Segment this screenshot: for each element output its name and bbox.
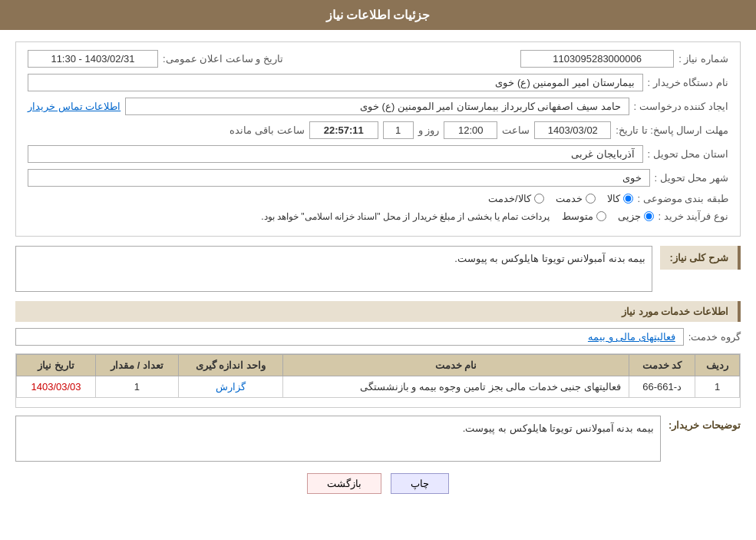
col-service-name: نام خدمت [282, 355, 629, 376]
city-value: خوی [28, 169, 650, 187]
services-table-container: ردیف کد خدمت نام خدمت واحد اندازه گیری ت… [15, 353, 741, 408]
cell-unit: گزارش [178, 376, 282, 398]
radio-jozi-label: جزیی [618, 210, 641, 222]
row-category: طبقه بندی موضوعی : کالا خدمت کالا/خدمت [28, 193, 728, 204]
timer-label: ساعت باقی مانده [229, 124, 304, 136]
col-quantity: تعداد / مقدار [96, 355, 179, 376]
buttons-row: چاپ بازگشت [15, 473, 741, 509]
row-city: شهر محل تحویل : خوی [28, 169, 728, 187]
category-radio-group: کالا خدمت کالا/خدمت [488, 193, 633, 204]
description-text: بیمه بدنه آمبولانس تویوتا هایلوکس به پیو… [15, 246, 652, 292]
col-row-num: ردیف [695, 355, 740, 376]
radio-motavaset: متوسط [562, 210, 606, 222]
time-label: ساعت [502, 124, 530, 136]
need-number-value: 1103095283000006 [520, 50, 674, 68]
radio-khedmat-label: خدمت [556, 193, 583, 204]
timer-value: 22:57:11 [309, 121, 378, 139]
category-label: طبقه بندی موضوعی : [638, 193, 728, 204]
day-value: 1 [383, 121, 414, 139]
time-value: 12:00 [444, 121, 497, 139]
day-label: روز و [418, 124, 440, 136]
table-header-row: ردیف کد خدمت نام خدمت واحد اندازه گیری ت… [17, 355, 740, 376]
city-label: شهر محل تحویل : [655, 172, 728, 184]
row-requester: نام دستگاه خریدار : بیمارستان امیر الموم… [28, 74, 728, 91]
contact-link[interactable]: اطلاعات تماس خریدار [28, 101, 120, 112]
services-section-title: اطلاعات خدمات مورد نیاز [15, 301, 741, 322]
cell-quantity: 1 [96, 376, 179, 398]
announce-label: تاریخ و ساعت اعلان عمومی: [163, 53, 283, 65]
cell-row-num: 1 [695, 376, 740, 398]
buyer-desc-label: توضیحات خریدار: [669, 416, 741, 431]
description-section: شرح کلی نیاز: بیمه بدنه آمبولانس تویوتا … [15, 246, 741, 292]
page-wrapper: جزئیات اطلاعات نیاز شماره نیاز : 1103095… [0, 0, 756, 540]
process-label: نوع فرآیند خرید : [659, 210, 728, 222]
row-process: نوع فرآیند خرید : جزیی متوسط پرداخت تمام… [28, 210, 728, 222]
row-reply-date: مهلت ارسال پاسخ: تا تاریخ: 1403/03/02 سا… [28, 121, 728, 139]
back-button[interactable]: بازگشت [307, 473, 381, 494]
buyer-desc-text: بیمه بدنه آمبولانس تویوتا هایلوکس به پیو… [15, 416, 661, 462]
requester-value: بیمارستان امیر المومنین (ع) خوی [28, 74, 643, 91]
service-group-label: گروه خدمت: [688, 331, 741, 343]
radio-kala-khedmat-input[interactable] [534, 194, 544, 204]
announce-value: 1403/02/31 - 11:30 [28, 50, 158, 68]
page-title: جزئیات اطلاعات نیاز [326, 8, 431, 22]
radio-khedmat: خدمت [556, 193, 596, 204]
cell-service-code: د-661-66 [629, 376, 695, 398]
radio-kala-input[interactable] [623, 194, 633, 204]
col-unit: واحد اندازه گیری [178, 355, 282, 376]
process-radio-group: جزیی متوسط [562, 210, 654, 222]
province-value: آذربایجان غربی [28, 145, 643, 163]
col-date: تاریخ نیاز [17, 355, 96, 376]
main-content: شماره نیاز : 1103095283000006 تاریخ و سا… [0, 30, 756, 521]
radio-khedmat-input[interactable] [586, 194, 596, 204]
radio-kala-khedmat: کالا/خدمت [488, 193, 544, 204]
page-header: جزئیات اطلاعات نیاز [0, 0, 756, 30]
date-value: 1403/03/02 [534, 121, 611, 139]
radio-kala: کالا [607, 193, 633, 204]
info-section: شماره نیاز : 1103095283000006 تاریخ و سا… [15, 41, 741, 237]
radio-motavaset-label: متوسط [562, 210, 593, 222]
creator-value: حامد سیف اصفهانی کاربرداز بیمارستان امیر… [125, 98, 629, 115]
radio-kala-label: کالا [607, 193, 620, 204]
row-province: استان محل تحویل : آذربایجان غربی [28, 145, 728, 163]
radio-jozi: جزیی [618, 210, 654, 222]
radio-motavaset-input[interactable] [596, 211, 606, 221]
creator-label: ایجاد کننده درخواست : [634, 101, 728, 112]
reply-date-label: مهلت ارسال پاسخ: تا تاریخ: [616, 124, 728, 136]
radio-jozi-input[interactable] [644, 211, 654, 221]
table-row: 1 د-661-66 فعالیتهای جنبی خدمات مالی بجز… [17, 376, 740, 398]
cell-service-name: فعالیتهای جنبی خدمات مالی بجز تامین وجوه… [282, 376, 629, 398]
radio-kala-khedmat-label: کالا/خدمت [488, 193, 531, 204]
row-need-announce: شماره نیاز : 1103095283000006 تاریخ و سا… [28, 50, 728, 68]
requester-label: نام دستگاه خریدار : [648, 77, 728, 88]
services-table: ردیف کد خدمت نام خدمت واحد اندازه گیری ت… [16, 354, 740, 398]
print-button[interactable]: چاپ [391, 473, 449, 494]
need-number-label: شماره نیاز : [678, 53, 728, 65]
province-label: استان محل تحویل : [648, 148, 728, 160]
buyer-description-row: توضیحات خریدار: بیمه بدنه آمبولانس تویوت… [15, 416, 741, 462]
col-service-code: کد خدمت [629, 355, 695, 376]
cell-date: 1403/03/03 [17, 376, 96, 398]
row-service-group: گروه خدمت: فعالیتهای مالی و بیمه [15, 328, 741, 346]
description-title: شرح کلی نیاز: [660, 246, 741, 270]
row-creator: ایجاد کننده درخواست : حامد سیف اصفهانی ک… [28, 98, 728, 115]
process-note: پرداخت تمام یا بخشی از مبلغ خریدار از مح… [28, 211, 550, 222]
service-group-value[interactable]: فعالیتهای مالی و بیمه [15, 328, 684, 346]
